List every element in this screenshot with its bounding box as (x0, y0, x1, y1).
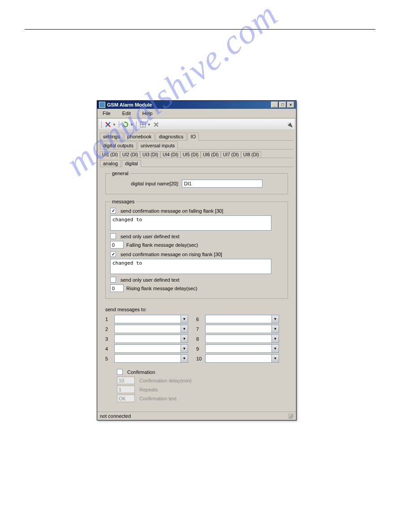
tab-ui1[interactable]: UI1 (DI) (100, 151, 120, 158)
delete-icon[interactable]: ✕ (153, 121, 160, 128)
confirmation-label: Confirmation (127, 369, 155, 375)
confirmation-repeats-input (117, 386, 135, 393)
confirmation-delay-input (117, 377, 135, 384)
rising-delay-label: Rising flank message delay(sec) (126, 286, 197, 291)
recipient-1-select[interactable]: ▼ (114, 315, 188, 323)
mode-tabs: analog digital (100, 160, 293, 167)
tab-ui5[interactable]: UI5 (DI) (181, 151, 201, 158)
status-text: not connected (100, 413, 131, 419)
recipient-8-select[interactable]: ▼ (205, 335, 279, 343)
rising-userdef-label: send only user defined text (120, 277, 179, 283)
confirmation-repeats-label: Repeats (139, 387, 158, 392)
close-button[interactable]: × (287, 102, 294, 108)
tab-digital-outputs[interactable]: digital outputs (100, 142, 137, 149)
recip-num: 5 (105, 356, 112, 361)
rising-text-input[interactable] (110, 259, 271, 274)
recip-num: 8 (196, 336, 202, 342)
page-rule (25, 29, 375, 30)
recipient-9-select[interactable]: ▼ (205, 344, 279, 353)
falling-userdef-label: send only user defined text (120, 234, 179, 239)
toolbar: ▼ ▼ ▼ ✕ 🔌 (98, 119, 295, 130)
menu-bar: File Edit Help (97, 109, 296, 118)
tab-io[interactable]: IO (187, 133, 199, 141)
ui-tabs: UI1 (DI) UI2 (DI) UI3 (DI) UI4 (DI) UI5 … (100, 151, 293, 158)
tab-ui6[interactable]: UI6 (DI) (201, 151, 221, 158)
messages-group: messages send confirmation message on fa… (105, 199, 288, 299)
title-bar: GSM Alarm Module _ □ × (97, 101, 296, 109)
input-name-label: digital input name[20]: (131, 181, 179, 186)
dropdown-icon[interactable]: ▼ (130, 123, 133, 127)
tab-phonebook[interactable]: phonebook (124, 133, 155, 140)
confirmation-checkbox[interactable] (117, 369, 123, 375)
falling-delay-label: Falling flank message delay(sec) (126, 242, 198, 248)
recipients-grid: 1▼ 2▼ 3▼ 4▼ 5▼ 6▼ 7▼ 8▼ 9▼ 10▼ (105, 315, 288, 363)
tab-diagnostics[interactable]: diagnostics (155, 133, 186, 140)
dropdown-icon[interactable]: ▼ (112, 123, 116, 127)
menu-help[interactable]: Help (141, 110, 155, 117)
recipient-10-select[interactable]: ▼ (205, 354, 279, 363)
general-legend: general (110, 171, 130, 176)
grid-icon[interactable] (139, 121, 146, 128)
window-title: GSM Alarm Module (107, 102, 271, 107)
tabs-area: settings phonebook diagnostics IO digita… (97, 131, 296, 412)
recip-num: 9 (196, 346, 202, 352)
tool-icon-1[interactable] (104, 121, 112, 128)
messages-legend: messages (110, 199, 136, 204)
send-to-label: send messages to: (105, 307, 288, 312)
recip-num: 10 (196, 356, 202, 361)
recip-num: 2 (105, 326, 112, 332)
recipient-5-select[interactable]: ▼ (114, 354, 188, 363)
falling-userdef-checkbox[interactable] (110, 233, 116, 239)
recip-num: 6 (196, 317, 202, 322)
recip-num: 4 (105, 346, 112, 352)
recipient-2-select[interactable]: ▼ (114, 325, 188, 333)
falling-delay-input[interactable] (110, 241, 124, 249)
tab-digital[interactable]: digital (122, 160, 141, 167)
recipient-3-select[interactable]: ▼ (114, 335, 188, 343)
recip-num: 1 (105, 317, 112, 322)
menu-file[interactable]: File (101, 110, 112, 117)
tab-ui8[interactable]: UI8 (DI) (241, 151, 261, 158)
recipient-7-select[interactable]: ▼ (205, 325, 279, 333)
rising-delay-input[interactable] (110, 284, 124, 292)
status-bar: not connected (97, 412, 296, 420)
recipient-4-select[interactable]: ▼ (114, 344, 188, 353)
tab-ui4[interactable]: UI4 (DI) (160, 151, 181, 158)
tab-ui7[interactable]: UI7 (DI) (221, 151, 241, 158)
minimize-button[interactable]: _ (271, 102, 278, 108)
window-controls: _ □ × (271, 102, 294, 108)
app-window: GSM Alarm Module _ □ × File Edit Help ▼ … (97, 100, 297, 420)
confirmation-section: Confirmation Confirmation delay(min) Rep… (117, 369, 288, 402)
confirmation-delay-label: Confirmation delay(min) (139, 378, 192, 383)
falling-flank-checkbox[interactable] (110, 208, 116, 214)
dropdown-icon[interactable]: ▼ (147, 123, 151, 127)
main-tabs: settings phonebook diagnostics IO (100, 133, 293, 141)
rising-flank-label: send confirmation message on rising flan… (120, 252, 222, 257)
maximize-button[interactable]: □ (279, 102, 286, 108)
recip-num: 3 (105, 336, 112, 342)
menu-edit[interactable]: Edit (120, 110, 133, 117)
rising-userdef-checkbox[interactable] (110, 277, 116, 283)
tab-analog[interactable]: analog (100, 160, 121, 167)
confirmation-text-input (117, 395, 135, 402)
general-group: general digital input name[20]: (105, 171, 288, 194)
input-name-field[interactable] (182, 180, 262, 188)
plug-icon: 🔌 (287, 122, 293, 128)
content-area: general digital input name[20]: messages… (100, 167, 293, 410)
falling-flank-label: send confirmation message on falling fla… (120, 208, 223, 214)
tab-ui2[interactable]: UI2 (DI) (120, 151, 140, 158)
tab-settings[interactable]: settings (100, 133, 123, 140)
recipient-6-select[interactable]: ▼ (205, 315, 279, 323)
recip-num: 7 (196, 326, 202, 332)
resize-grip-icon[interactable] (288, 413, 293, 419)
tab-universal-inputs[interactable]: universal inputs (138, 142, 178, 150)
refresh-icon[interactable] (122, 121, 129, 128)
rising-flank-checkbox[interactable] (110, 251, 116, 257)
app-icon (99, 102, 105, 108)
confirmation-text-label: Confirmation text (139, 396, 176, 401)
falling-text-input[interactable] (110, 215, 271, 231)
sub-tabs: digital outputs universal inputs (100, 142, 293, 150)
tab-ui3[interactable]: UI3 (DI) (140, 151, 160, 158)
